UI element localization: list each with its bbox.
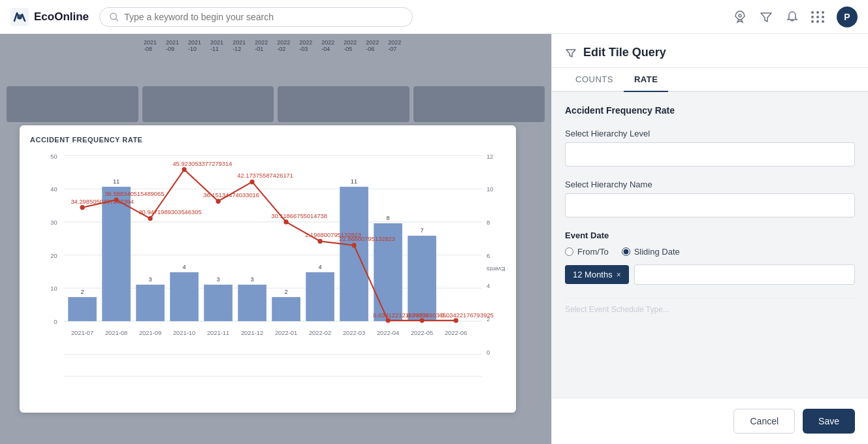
svg-text:45.923053377279​314: 45.923053377279​314: [172, 160, 232, 167]
filter-icon[interactable]: [759, 10, 773, 24]
svg-text:2022-03: 2022-03: [343, 329, 365, 336]
svg-text:10: 10: [487, 185, 493, 193]
svg-text:8: 8: [487, 219, 490, 226]
svg-text:2021-08: 2021-08: [105, 329, 127, 336]
date-pill-text: 12 Months: [573, 270, 613, 279]
chart-area: 50 40 30 20 10 0 12 10 8 6 4 2 0 All Eve…: [30, 149, 506, 397]
svg-text:2022-05: 2022-05: [411, 329, 433, 336]
section-title: Accident Frequency Rate: [565, 105, 855, 116]
tab-rate[interactable]: RATE: [624, 68, 668, 92]
cancel-button[interactable]: Cancel: [733, 409, 795, 434]
svg-text:30.94719893​03546305: 30.94719893​03546305: [138, 208, 201, 215]
date-pill-close[interactable]: ×: [617, 270, 621, 279]
svg-text:4: 4: [318, 263, 321, 270]
chart-title: ACCIDENT FREQUENCY RATE: [30, 136, 506, 144]
svg-text:4: 4: [182, 263, 185, 270]
sliding-date-label: Sliding Date: [634, 247, 680, 257]
svg-text:2021-11: 2021-11: [207, 329, 229, 336]
svg-point-48: [80, 205, 84, 210]
svg-rect-36: [238, 285, 266, 321]
svg-text:0: 0: [54, 318, 57, 325]
date-input-inline[interactable]: [634, 264, 855, 285]
svg-text:30.1186675501​4738: 30.1186675501​4738: [271, 212, 327, 219]
hierarchy-level-input[interactable]: [565, 142, 855, 166]
search-input[interactable]: [124, 12, 403, 22]
hierarchy-name-input[interactable]: [565, 193, 855, 217]
svg-text:3: 3: [250, 276, 253, 283]
panel-tabs: COUNTS RATE: [552, 68, 868, 92]
svg-text:42.17375587​42​6171: 42.17375587​42​6171: [237, 172, 293, 179]
svg-text:All Events: All Events: [487, 266, 506, 273]
logo-icon: [10, 8, 29, 26]
sliding-date-radio[interactable]: [622, 247, 630, 256]
from-to-radio[interactable]: [565, 247, 573, 256]
search-bar[interactable]: [99, 7, 413, 27]
svg-point-52: [216, 199, 220, 204]
rocket-icon[interactable]: [733, 10, 747, 24]
hierarchy-name-field: Select Hierarchy Name: [565, 180, 855, 217]
svg-text:40: 40: [50, 185, 57, 193]
hierarchy-name-label: Select Hierarchy Name: [565, 180, 855, 189]
svg-text:10: 10: [50, 285, 57, 292]
date-pill[interactable]: 12 Months ×: [565, 265, 629, 284]
svg-text:20: 20: [50, 252, 57, 259]
hierarchy-level-field: Select Hierarchy Level: [565, 129, 855, 166]
save-button[interactable]: Save: [803, 409, 855, 434]
svg-point-51: [182, 167, 186, 172]
right-panel: Edit Tile Query COUNTS RATE Accident Fre…: [551, 34, 868, 444]
svg-text:2022-06: 2022-06: [445, 329, 467, 336]
svg-text:22.86800795132823: 22.86800795132823: [339, 235, 395, 242]
svg-text:0.034​2217​679​3925: 0.034​2217​679​3925: [441, 311, 494, 318]
background-content: 2021-08 2021-09 2021-10 2021-11 2021-12 …: [0, 34, 551, 444]
section-header: Accident Frequency Rate: [565, 105, 855, 116]
date-pill-row: 12 Months ×: [565, 264, 855, 285]
svg-rect-46: [408, 236, 436, 321]
logo: EcoOnline: [10, 8, 89, 26]
svg-point-59: [453, 318, 458, 323]
grid-icon[interactable]: [811, 11, 825, 23]
svg-text:8: 8: [386, 214, 389, 221]
svg-point-53: [249, 180, 254, 184]
panel-header: Edit Tile Query: [552, 34, 868, 68]
svg-text:50: 50: [50, 153, 57, 160]
bell-icon[interactable]: [785, 10, 799, 24]
svg-rect-28: [102, 187, 131, 321]
tab-counts[interactable]: COUNTS: [565, 68, 624, 92]
svg-text:2021-07: 2021-07: [71, 329, 93, 336]
svg-text:2: 2: [80, 288, 84, 295]
nav-icons: P: [733, 7, 858, 27]
svg-point-58: [419, 318, 424, 323]
svg-text:3: 3: [216, 276, 219, 283]
svg-text:3: 3: [148, 276, 152, 283]
svg-text:2021-09: 2021-09: [139, 329, 161, 336]
svg-text:12: 12: [487, 153, 493, 160]
chart-card: ACCIDENT FREQUENCY RATE 50 40 30: [20, 125, 516, 413]
from-to-option[interactable]: From/To: [565, 247, 609, 257]
svg-rect-40: [306, 272, 334, 321]
svg-text:6: 6: [487, 252, 490, 259]
chart-svg: 50 40 30 20 10 0 12 10 8 6 4 2 0 All Eve…: [30, 149, 506, 397]
svg-text:30: 30: [50, 219, 57, 226]
svg-text:2: 2: [284, 288, 287, 295]
svg-text:2022-01: 2022-01: [275, 329, 297, 336]
svg-rect-42: [340, 187, 368, 321]
svg-text:0: 0: [487, 348, 490, 355]
svg-text:36.1513447​4033016: 36.1513447​4033016: [203, 191, 259, 198]
sliding-date-option[interactable]: Sliding Date: [622, 247, 680, 257]
hierarchy-level-label: Select Hierarchy Level: [565, 129, 855, 138]
svg-text:34.29850503072423​94: 34.29850503072423​94: [71, 198, 133, 205]
svg-text:2022-04: 2022-04: [377, 329, 399, 336]
search-icon: [109, 12, 119, 22]
svg-text:4: 4: [487, 282, 490, 289]
svg-text:2022-02: 2022-02: [309, 329, 331, 336]
avatar[interactable]: P: [837, 7, 858, 27]
svg-rect-34: [204, 285, 233, 321]
bg-cards-row: [0, 86, 551, 122]
svg-text:2021-10: 2021-10: [173, 329, 195, 336]
svg-point-55: [317, 239, 322, 244]
radio-group: From/To Sliding Date: [565, 247, 855, 257]
next-section: Select Event Schedule Type...: [565, 298, 855, 314]
svg-text:11: 11: [351, 178, 357, 185]
svg-point-57: [385, 318, 390, 323]
svg-rect-38: [272, 297, 300, 321]
